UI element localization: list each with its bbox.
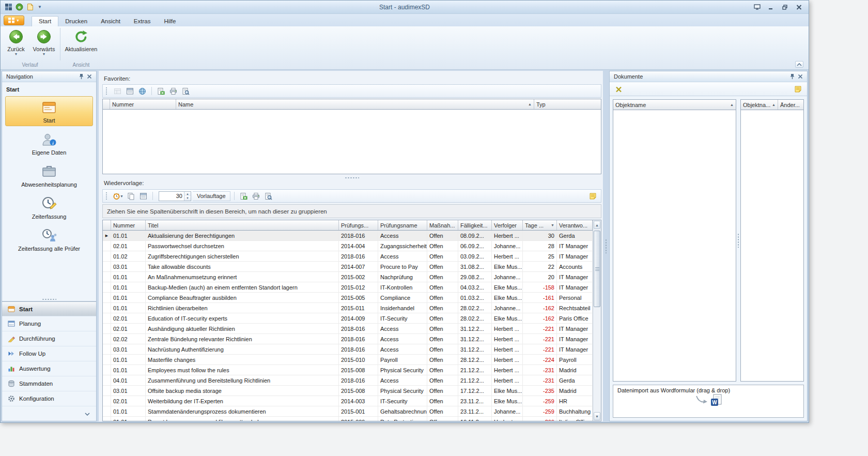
app-icon[interactable] xyxy=(4,3,12,11)
export-icon[interactable] xyxy=(238,191,249,201)
pin-icon[interactable] xyxy=(77,73,85,81)
column-header-massnahme[interactable]: Maßnah... xyxy=(427,220,458,230)
table-row[interactable]: 03.01 Offsite backup media storage 2015-… xyxy=(103,386,593,396)
table-row[interactable]: 02.02 Zentrale Bündelung relevanter Rich… xyxy=(103,334,593,344)
table-icon[interactable] xyxy=(112,86,123,96)
shortcut-eigene-daten[interactable]: i Eigene Daten xyxy=(5,128,93,158)
table-row[interactable]: 03.01 Take allowable discounts 2014-007 … xyxy=(103,262,593,272)
column-header-typ[interactable]: Typ xyxy=(534,99,601,109)
column-header-nummer[interactable]: Nummer xyxy=(111,220,146,230)
table-row[interactable]: 01.01 Compliance Beauftragter ausbilden … xyxy=(103,293,593,303)
column-header-pruefungsname[interactable]: Prüfungsname xyxy=(378,220,427,230)
table-row[interactable]: 01.01 Masterfile changes 2015-010 Payrol… xyxy=(103,355,593,365)
qat-dropdown-icon[interactable]: ▼ xyxy=(37,5,43,9)
display-icon[interactable] xyxy=(752,3,763,11)
table-row[interactable]: 02.01 Aushändigung aktueller Richtlinien… xyxy=(103,324,593,334)
document-icon[interactable] xyxy=(26,3,34,11)
tab-hilfe[interactable]: Hilfe xyxy=(157,16,182,26)
shortcut-zeiterfassung-alle[interactable]: Zeiterfassung alle Prüfer xyxy=(5,224,93,254)
column-header-objektname-short[interactable]: Objektna...▲ xyxy=(741,100,778,110)
column-header-faelligkeit[interactable]: Fälligkeit... xyxy=(458,220,492,230)
sidebar-item-stammdaten[interactable]: Stammdaten xyxy=(2,376,96,391)
shortcut-abwesenheitsplanung[interactable]: Abwesenheitsplanung xyxy=(5,160,93,190)
group-by-hint[interactable]: Ziehen Sie eine Spaltenüberschrift in di… xyxy=(102,204,601,218)
print-icon[interactable] xyxy=(251,191,261,201)
object-name-list-body[interactable] xyxy=(613,110,736,381)
tab-start[interactable]: Start xyxy=(32,16,58,26)
toolbar-grip[interactable] xyxy=(105,192,108,201)
column-header-name[interactable]: Name▲ xyxy=(176,99,534,109)
column-header-verantwortlich[interactable]: Verantwo... xyxy=(557,220,593,230)
scrollbar-track[interactable] xyxy=(593,230,601,412)
spin-down-icon[interactable]: ▼ xyxy=(184,196,191,201)
table-row[interactable]: 02.01 Passwortwechsel durchsetzen 2014-0… xyxy=(103,241,593,251)
collapse-ribbon-button[interactable] xyxy=(795,61,803,68)
column-header-verfolger[interactable]: Verfolger xyxy=(492,220,523,230)
sidebar-item-planung[interactable]: Planung xyxy=(2,316,96,331)
export-icon[interactable] xyxy=(156,86,166,96)
minimize-button[interactable] xyxy=(766,3,777,11)
notes-icon[interactable] xyxy=(793,84,803,94)
column-header-objektname[interactable]: Objektname▲ xyxy=(613,100,736,110)
audimex-logo-icon[interactable]: e xyxy=(15,3,23,11)
sidebar-item-follow-up[interactable]: Follow Up xyxy=(2,346,96,361)
table-row[interactable]: 01.01 An Maßnahmenumsetzung erinnert 201… xyxy=(103,272,593,282)
restore-button[interactable] xyxy=(780,3,791,11)
close-icon[interactable] xyxy=(85,73,94,81)
column-header-pruefung[interactable]: Prüfungs... xyxy=(339,220,378,230)
table-row[interactable]: 02.01 Education of IT-security experts 2… xyxy=(103,313,593,324)
columns-icon[interactable] xyxy=(138,191,149,201)
scroll-down-button[interactable]: ▼ xyxy=(594,412,600,420)
vertical-scrollbar[interactable]: ▲ ▼ xyxy=(593,220,601,421)
table-row[interactable]: 04.01 Zusammenführung und Bereitstellung… xyxy=(103,375,593,386)
forward-button[interactable]: Vorwärts ▼ xyxy=(30,27,58,62)
globe-icon[interactable] xyxy=(137,86,148,96)
sidebar-item-konfiguration[interactable]: Konfiguration xyxy=(2,391,96,406)
navbar-splitter[interactable] xyxy=(2,297,96,301)
tab-drucken[interactable]: Drucken xyxy=(58,16,94,26)
clear-filter-icon[interactable] xyxy=(613,84,624,94)
collapse-chevron-icon[interactable] xyxy=(83,411,92,418)
tab-extras[interactable]: Extras xyxy=(127,16,158,26)
table-row[interactable]: 01.01 Richtlinien überarbeiten 2015-011 … xyxy=(103,303,593,313)
print-icon[interactable] xyxy=(168,86,179,96)
pin-icon[interactable] xyxy=(788,73,796,81)
back-button[interactable]: Zurück ▼ xyxy=(2,27,30,62)
sidebar-item-start[interactable]: Start xyxy=(2,301,96,316)
scrollbar-thumb[interactable] xyxy=(594,231,600,307)
columns-icon[interactable] xyxy=(125,86,135,96)
notes-icon[interactable] xyxy=(587,191,598,201)
object-detail-list-body[interactable] xyxy=(741,110,803,381)
table-row[interactable]: 01.01 Stammdatenänderungsprozess dokumen… xyxy=(103,406,593,417)
documents-list-splitter[interactable] xyxy=(736,99,740,382)
vorlauftage-input[interactable] xyxy=(159,192,184,201)
scroll-up-button[interactable]: ▲ xyxy=(594,221,600,229)
refresh-button[interactable]: Aktualisieren xyxy=(63,27,100,62)
column-header-indicator[interactable] xyxy=(103,99,110,109)
column-header-titel[interactable]: Titel xyxy=(146,220,339,230)
vertical-splitter[interactable] xyxy=(604,71,608,421)
horizontal-splitter[interactable] xyxy=(102,175,601,180)
sidebar-item-durchfuehrung[interactable]: Durchführung xyxy=(2,331,96,346)
column-header-aenderung[interactable]: Änder... xyxy=(778,100,803,110)
close-button[interactable] xyxy=(794,3,804,11)
column-header-tage[interactable]: Tage ...▼ xyxy=(523,220,557,230)
table-row[interactable]: 01.01 Aktualisierung der Berechtigungen … xyxy=(103,231,593,241)
toolbar-grip[interactable] xyxy=(105,87,108,96)
table-row[interactable]: 02.01 Weiterbildung der IT-Experten 2014… xyxy=(103,396,593,406)
reminder-clock-icon[interactable]: ▼ xyxy=(112,191,124,201)
spin-up-icon[interactable]: ▲ xyxy=(184,192,191,196)
table-row[interactable]: 01.01 Do not leave any personnel files u… xyxy=(103,417,593,421)
table-row[interactable]: 03.01 Nachrüstung Authentifizierung 2018… xyxy=(103,344,593,355)
copy-icon[interactable] xyxy=(126,191,136,201)
preview-icon[interactable] xyxy=(180,86,191,96)
shortcut-start[interactable]: Start xyxy=(5,96,93,126)
tab-ansicht[interactable]: Ansicht xyxy=(94,16,127,26)
preview-icon[interactable] xyxy=(263,191,274,201)
shortcut-zeiterfassung[interactable]: Zeiterfassung xyxy=(5,192,93,222)
close-icon[interactable] xyxy=(796,73,804,81)
table-row[interactable]: 01.01 Backup-Medien (auch) an einem entf… xyxy=(103,282,593,293)
table-row[interactable]: 01.02 Zugriffsberechtigungen sicherstell… xyxy=(103,251,593,262)
column-header-nummer[interactable]: Nummer xyxy=(110,99,176,109)
app-menu-button[interactable]: ▼ xyxy=(4,16,24,25)
